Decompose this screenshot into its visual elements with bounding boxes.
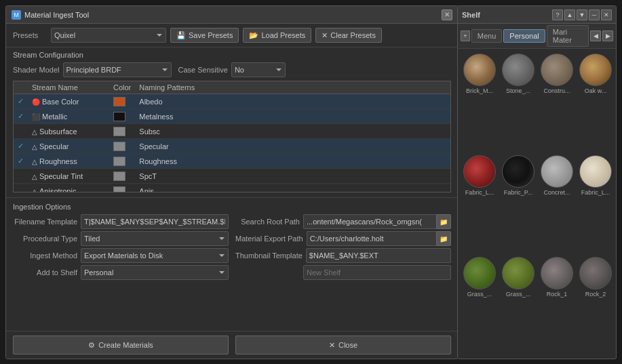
ingestion-section: Ingestion Options Filename Template Proc… bbox=[6, 199, 458, 331]
shelf-down-button[interactable]: ▼ bbox=[577, 9, 587, 20]
add-to-shelf-row: Add to Shelf Personal bbox=[13, 265, 229, 280]
material-thumbnail bbox=[579, 257, 612, 289]
material-grid: Brick_M... Stone_... Constru... Oak w...… bbox=[458, 49, 616, 359]
shelf-scroll-right-button[interactable]: ▶ bbox=[602, 31, 613, 41]
search-root-browse-button[interactable]: 📁 bbox=[436, 214, 451, 229]
ingestion-left: Filename Template Procedural Type Tiled … bbox=[13, 214, 229, 282]
table-row[interactable]: ✓ 🔴Base Color Albedo bbox=[14, 94, 450, 109]
material-name: Brick_M... bbox=[463, 87, 497, 94]
search-root-row: Search Root Path 📁 bbox=[235, 214, 451, 229]
list-item[interactable]: Fabric_L... bbox=[461, 154, 498, 254]
tab-mari-mater[interactable]: Mari Mater bbox=[547, 25, 589, 47]
material-name: Grass_... bbox=[463, 291, 497, 298]
shelf-close-button[interactable]: ✕ bbox=[601, 9, 612, 20]
stream-pattern-cell: Roughness bbox=[135, 154, 450, 169]
case-sensitive-dropdown[interactable]: No Yes bbox=[231, 62, 286, 77]
presets-row: Presets Quixel Arnold Custom 💾 Save Pres… bbox=[6, 24, 458, 47]
color-swatch[interactable] bbox=[113, 171, 125, 181]
row-check: ✓ bbox=[18, 157, 24, 165]
thumbnail-template-input[interactable] bbox=[306, 248, 451, 263]
clear-presets-button[interactable]: ✕ Clear Presets bbox=[315, 28, 382, 43]
shelf-minimize-button[interactable]: ─ bbox=[589, 9, 600, 20]
ingest-method-dropdown[interactable]: Export Materials to Disk bbox=[81, 248, 229, 263]
table-row[interactable]: △Anisotropic Anis bbox=[14, 184, 450, 193]
col-header-check bbox=[14, 81, 28, 94]
close-icon[interactable]: ✕ bbox=[442, 9, 452, 20]
procedural-type-dropdown[interactable]: Tiled UDIM bbox=[81, 231, 229, 246]
new-shelf-input[interactable] bbox=[303, 265, 451, 280]
clear-icon: ✕ bbox=[322, 31, 328, 40]
shader-model-dropdown[interactable]: Principled BRDF bbox=[63, 62, 172, 77]
stream-icon: △ bbox=[32, 173, 37, 180]
stream-icon: △ bbox=[32, 188, 37, 193]
tab-personal[interactable]: Personal bbox=[503, 29, 545, 43]
color-swatch[interactable] bbox=[113, 127, 125, 136]
stream-pattern-cell: Specular bbox=[135, 139, 450, 154]
material-name: Oak w... bbox=[579, 87, 613, 94]
ingestion-grid: Filename Template Procedural Type Tiled … bbox=[13, 214, 451, 282]
shelf-question-button[interactable]: ? bbox=[552, 9, 563, 20]
material-export-label: Material Export Path bbox=[235, 235, 303, 243]
color-swatch[interactable] bbox=[113, 142, 125, 151]
table-row[interactable]: ✓ △Specular Specular bbox=[14, 139, 450, 154]
create-icon: ⚙ bbox=[88, 341, 95, 350]
list-item[interactable]: Stone_... bbox=[500, 52, 537, 152]
case-sensitive-label: Case Sensitive bbox=[178, 66, 228, 74]
table-row[interactable]: △Specular Tint SpcT bbox=[14, 169, 450, 184]
material-thumbnail bbox=[463, 155, 496, 188]
col-header-color: Color bbox=[109, 81, 135, 94]
thumbnail-template-row: Thumbnail Template bbox=[235, 248, 451, 263]
material-thumbnail bbox=[579, 54, 612, 86]
material-name: Rock_2 bbox=[579, 291, 613, 298]
color-swatch[interactable] bbox=[113, 157, 125, 166]
app-icon: M bbox=[12, 10, 21, 20]
color-swatch[interactable] bbox=[113, 112, 125, 121]
row-check: ✓ bbox=[18, 142, 24, 150]
table-row[interactable]: △Subsurface Subsc bbox=[14, 124, 450, 139]
material-thumbnail bbox=[502, 155, 534, 188]
list-item[interactable]: Rock_1 bbox=[539, 256, 575, 355]
filename-template-input[interactable] bbox=[81, 214, 229, 229]
table-row[interactable]: ✓ ⬛Metallic Metalness bbox=[14, 109, 450, 124]
list-item[interactable]: Rock_2 bbox=[577, 256, 614, 355]
color-swatch[interactable] bbox=[113, 97, 125, 106]
color-swatch[interactable] bbox=[113, 186, 125, 193]
list-item[interactable]: Fabric_L... bbox=[577, 154, 614, 254]
presets-dropdown[interactable]: Quixel Arnold Custom bbox=[51, 28, 166, 43]
search-root-input[interactable] bbox=[303, 214, 436, 229]
material-export-browse-button[interactable]: 📁 bbox=[436, 231, 451, 246]
create-materials-button[interactable]: ⚙ Create Materials bbox=[13, 336, 229, 355]
material-thumbnail bbox=[541, 257, 573, 289]
stream-icon: △ bbox=[32, 128, 37, 136]
case-sensitive-group: Case Sensitive No Yes bbox=[178, 62, 286, 77]
add-to-shelf-dropdown[interactable]: Personal bbox=[81, 265, 229, 280]
close-btn-icon: ✕ bbox=[329, 341, 335, 350]
load-presets-button[interactable]: 📂 Load Presets bbox=[243, 28, 311, 43]
shelf-add-tab-button[interactable]: + bbox=[461, 31, 470, 41]
save-presets-button[interactable]: 💾 Save Presets bbox=[170, 28, 239, 43]
material-name: Rock_1 bbox=[540, 291, 574, 298]
ingestion-title: Ingestion Options bbox=[13, 203, 451, 211]
ingest-method-row: Ingest Method Export Materials to Disk bbox=[13, 248, 229, 263]
shelf-up-button[interactable]: ▲ bbox=[564, 9, 575, 20]
list-item[interactable]: Oak w... bbox=[577, 52, 614, 152]
list-item[interactable]: Fabric_P... bbox=[500, 154, 537, 254]
material-thumbnail bbox=[579, 155, 612, 188]
tab-menu[interactable]: Menu bbox=[471, 29, 503, 43]
material-name: Concret... bbox=[540, 189, 574, 196]
list-item[interactable]: Constru... bbox=[539, 52, 575, 152]
list-item[interactable]: Grass_... bbox=[461, 256, 498, 355]
load-icon: 📂 bbox=[249, 31, 258, 40]
list-item[interactable]: Brick_M... bbox=[461, 52, 498, 152]
table-row[interactable]: ✓ △Roughness Roughness bbox=[14, 154, 450, 169]
stream-pattern-cell: Metalness bbox=[135, 109, 450, 124]
stream-pattern-cell: Albedo bbox=[135, 94, 450, 109]
material-thumbnail bbox=[463, 257, 496, 289]
shelf-tabs: + Menu Personal Mari Mater ◀ ▶ bbox=[458, 24, 616, 49]
stream-table-container: Stream Name Color Naming Patterns ✓ 🔴Bas… bbox=[13, 81, 451, 193]
shelf-scroll-left-button[interactable]: ◀ bbox=[590, 31, 601, 41]
close-dialog-button[interactable]: ✕ Close bbox=[235, 336, 451, 355]
list-item[interactable]: Concret... bbox=[539, 154, 575, 254]
list-item[interactable]: Grass_... bbox=[500, 256, 537, 355]
material-export-input[interactable] bbox=[307, 231, 436, 246]
